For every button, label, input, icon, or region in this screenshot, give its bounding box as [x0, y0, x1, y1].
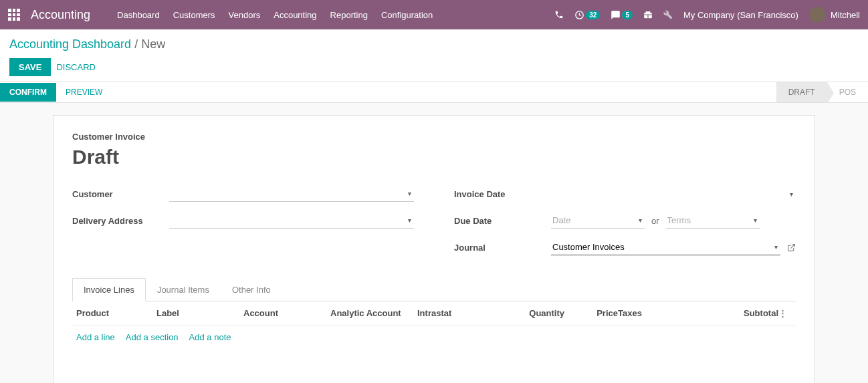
- messages-icon[interactable]: 5: [611, 10, 633, 20]
- menu-customers[interactable]: Customers: [173, 10, 215, 20]
- app-brand[interactable]: Accounting: [31, 8, 90, 22]
- label-due-date: Due Date: [454, 216, 551, 226]
- breadcrumb: Accounting Dashboard / New: [9, 37, 859, 51]
- main-menu: Dashboard Customers Vendors Accounting R…: [117, 10, 433, 20]
- tab-journal-items[interactable]: Journal Items: [146, 278, 221, 301]
- label-journal: Journal: [454, 243, 551, 253]
- user-name: Mitchell: [831, 10, 860, 20]
- invoice-date-input[interactable]: [551, 186, 796, 202]
- top-navbar: Accounting Dashboard Customers Vendors A…: [0, 0, 868, 29]
- gift-icon[interactable]: [643, 10, 653, 19]
- save-button[interactable]: SAVE: [9, 58, 51, 76]
- form-sheet: Customer Invoice Draft Customer ▾ Delive…: [53, 115, 815, 383]
- topbar-right: 32 5 My Company (San Francisco) Mitchell: [554, 7, 860, 23]
- tab-other-info[interactable]: Other Info: [221, 278, 282, 301]
- menu-dashboard[interactable]: Dashboard: [117, 10, 160, 20]
- col-intrastat: Intrastat: [417, 308, 498, 318]
- external-link-icon[interactable]: [787, 243, 796, 252]
- messages-badge: 5: [622, 11, 633, 19]
- discard-button[interactable]: DISCARD: [56, 62, 96, 72]
- menu-accounting[interactable]: Accounting: [274, 10, 316, 20]
- due-date-input[interactable]: [551, 213, 645, 229]
- stage-draft[interactable]: DRAFT: [776, 82, 827, 102]
- columns-menu-icon[interactable]: ⋮: [778, 308, 792, 318]
- breadcrumb-current: New: [141, 37, 165, 51]
- col-product: Product: [76, 308, 156, 318]
- confirm-button[interactable]: CONFIRM: [0, 83, 56, 102]
- activities-icon[interactable]: 32: [574, 10, 600, 20]
- label-invoice-date: Invoice Date: [454, 189, 551, 199]
- phone-icon[interactable]: [554, 10, 564, 19]
- col-taxes: Taxes: [618, 308, 698, 318]
- tools-icon[interactable]: [663, 10, 673, 19]
- lines-table-header: Product Label Account Analytic Account I…: [72, 301, 796, 326]
- sheet-type-label: Customer Invoice: [72, 132, 796, 142]
- due-or-text: or: [651, 216, 659, 226]
- add-links-row: Add a line Add a section Add a note: [72, 326, 796, 349]
- add-section-link[interactable]: Add a section: [126, 332, 179, 342]
- add-line-link[interactable]: Add a line: [76, 332, 115, 342]
- col-label: Label: [156, 308, 243, 318]
- company-switcher[interactable]: My Company (San Francisco): [683, 10, 798, 20]
- menu-configuration[interactable]: Configuration: [381, 10, 433, 20]
- stage-posted[interactable]: POS: [827, 82, 868, 102]
- tab-invoice-lines[interactable]: Invoice Lines: [72, 278, 146, 301]
- customer-input[interactable]: [169, 186, 414, 202]
- col-account: Account: [243, 308, 330, 318]
- apps-icon[interactable]: [8, 9, 20, 21]
- col-quantity: Quantity: [498, 308, 564, 318]
- col-analytic: Analytic Account: [330, 308, 417, 318]
- user-menu[interactable]: Mitchell: [809, 7, 860, 23]
- notebook-tabs: Invoice Lines Journal Items Other Info: [72, 278, 796, 301]
- label-delivery-address: Delivery Address: [72, 216, 169, 226]
- control-panel: Accounting Dashboard / New SAVE DISCARD: [0, 29, 868, 82]
- breadcrumb-parent[interactable]: Accounting Dashboard: [9, 37, 131, 51]
- col-price: Price: [564, 308, 618, 318]
- terms-input[interactable]: [666, 213, 760, 229]
- sheet-title: Draft: [72, 146, 796, 168]
- delivery-address-input[interactable]: [169, 213, 414, 229]
- col-subtotal: Subtotal: [698, 308, 778, 318]
- journal-input[interactable]: [551, 239, 780, 255]
- status-bar: CONFIRM PREVIEW DRAFT POS: [0, 82, 868, 103]
- label-customer: Customer: [72, 189, 169, 199]
- menu-reporting[interactable]: Reporting: [330, 10, 368, 20]
- activities-badge: 32: [586, 11, 600, 19]
- avatar: [809, 7, 825, 23]
- breadcrumb-sep: /: [134, 37, 138, 51]
- preview-button[interactable]: PREVIEW: [56, 83, 112, 102]
- add-note-link[interactable]: Add a note: [189, 332, 231, 342]
- menu-vendors[interactable]: Vendors: [229, 10, 261, 20]
